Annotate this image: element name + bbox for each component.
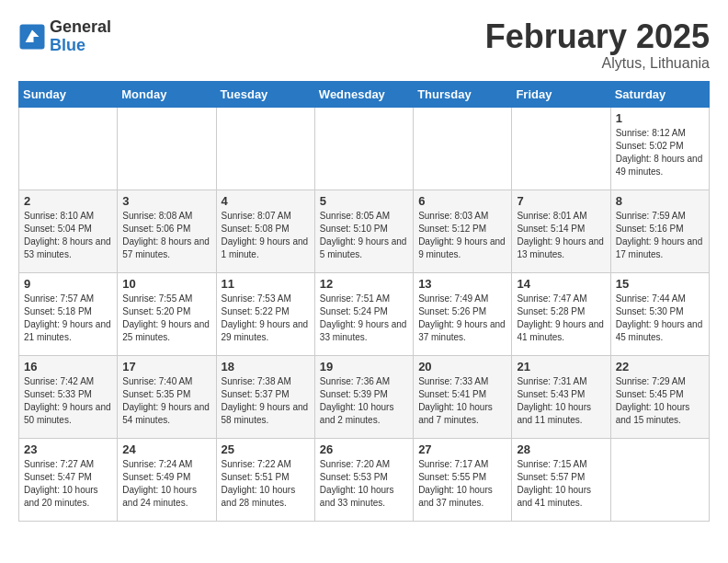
table-row: 3Sunrise: 8:08 AM Sunset: 5:06 PM Daylig… [118,190,216,272]
day-info: Sunrise: 7:36 AM Sunset: 5:39 PM Dayligh… [320,375,408,427]
header-row: Sunday Monday Tuesday Wednesday Thursday… [19,81,710,107]
day-info: Sunrise: 7:27 AM Sunset: 5:47 PM Dayligh… [24,458,112,510]
day-number: 26 [320,442,408,456]
day-number: 17 [122,360,210,373]
table-row: 10Sunrise: 7:55 AM Sunset: 5:20 PM Dayli… [118,272,216,355]
calendar-header: Sunday Monday Tuesday Wednesday Thursday… [19,81,710,107]
day-info: Sunrise: 7:31 AM Sunset: 5:43 PM Dayligh… [517,375,605,427]
day-number: 5 [320,194,408,208]
table-row: 13Sunrise: 7:49 AM Sunset: 5:26 PM Dayli… [414,272,512,355]
day-number: 7 [517,194,605,208]
day-info: Sunrise: 7:44 AM Sunset: 5:30 PM Dayligh… [616,293,704,344]
table-row: 23Sunrise: 7:27 AM Sunset: 5:47 PM Dayli… [19,438,118,521]
table-row: 4Sunrise: 8:07 AM Sunset: 5:08 PM Daylig… [216,190,314,272]
day-number: 25 [222,442,310,456]
table-row [610,438,709,521]
table-row: 16Sunrise: 7:42 AM Sunset: 5:33 PM Dayli… [19,355,118,438]
table-row: 21Sunrise: 7:31 AM Sunset: 5:43 PM Dayli… [512,355,610,438]
table-row [19,107,118,190]
day-number: 27 [418,442,506,456]
day-number: 24 [122,442,210,456]
location: Alytus, Lithuania [485,55,710,72]
day-info: Sunrise: 8:08 AM Sunset: 5:06 PM Dayligh… [122,210,210,261]
day-number: 11 [222,277,310,291]
day-info: Sunrise: 8:12 AM Sunset: 5:02 PM Dayligh… [616,127,704,178]
table-row: 17Sunrise: 7:40 AM Sunset: 5:35 PM Dayli… [118,355,216,438]
table-row [512,107,610,190]
table-row: 26Sunrise: 7:20 AM Sunset: 5:53 PM Dayli… [314,438,413,521]
title-block: February 2025 Alytus, Lithuania [485,18,710,72]
month-title: February 2025 [485,18,710,55]
day-number: 2 [24,194,112,208]
day-number: 22 [616,360,704,373]
table-row [414,107,512,190]
day-number: 14 [517,277,605,291]
logo-general: General [50,18,111,37]
day-number: 12 [320,277,408,291]
table-row: 20Sunrise: 7:33 AM Sunset: 5:41 PM Dayli… [414,355,512,438]
table-row: 7Sunrise: 8:01 AM Sunset: 5:14 PM Daylig… [512,190,610,272]
calendar-table: Sunday Monday Tuesday Wednesday Thursday… [18,81,710,522]
calendar-body: 1Sunrise: 8:12 AM Sunset: 5:02 PM Daylig… [19,107,710,521]
day-info: Sunrise: 7:22 AM Sunset: 5:51 PM Dayligh… [222,458,310,510]
table-row: 28Sunrise: 7:15 AM Sunset: 5:57 PM Dayli… [512,438,610,521]
logo-blue: Blue [50,37,111,55]
day-info: Sunrise: 8:07 AM Sunset: 5:08 PM Dayligh… [222,210,310,261]
day-number: 19 [320,360,408,373]
day-info: Sunrise: 7:40 AM Sunset: 5:35 PM Dayligh… [122,375,210,427]
day-number: 1 [616,111,704,125]
header-saturday: Saturday [610,81,709,107]
day-info: Sunrise: 7:38 AM Sunset: 5:37 PM Dayligh… [222,375,310,427]
page-header: General Blue February 2025 Alytus, Lithu… [18,18,710,72]
table-row: 22Sunrise: 7:29 AM Sunset: 5:45 PM Dayli… [610,355,709,438]
day-info: Sunrise: 8:10 AM Sunset: 5:04 PM Dayligh… [24,210,112,261]
day-number: 20 [418,360,506,373]
day-info: Sunrise: 7:53 AM Sunset: 5:22 PM Dayligh… [222,293,310,344]
table-row: 5Sunrise: 8:05 AM Sunset: 5:10 PM Daylig… [314,190,413,272]
day-info: Sunrise: 7:33 AM Sunset: 5:41 PM Dayligh… [418,375,506,427]
day-info: Sunrise: 7:42 AM Sunset: 5:33 PM Dayligh… [24,375,112,427]
day-number: 21 [517,360,605,373]
table-row: 19Sunrise: 7:36 AM Sunset: 5:39 PM Dayli… [314,355,413,438]
day-info: Sunrise: 7:29 AM Sunset: 5:45 PM Dayligh… [616,375,704,427]
table-row: 25Sunrise: 7:22 AM Sunset: 5:51 PM Dayli… [216,438,314,521]
day-number: 3 [122,194,210,208]
day-info: Sunrise: 7:55 AM Sunset: 5:20 PM Dayligh… [122,293,210,344]
header-sunday: Sunday [19,81,118,107]
day-info: Sunrise: 8:03 AM Sunset: 5:12 PM Dayligh… [418,210,506,261]
day-number: 23 [24,442,112,456]
table-row: 12Sunrise: 7:51 AM Sunset: 5:24 PM Dayli… [314,272,413,355]
table-row: 6Sunrise: 8:03 AM Sunset: 5:12 PM Daylig… [414,190,512,272]
day-number: 28 [517,442,605,456]
table-row: 11Sunrise: 7:53 AM Sunset: 5:22 PM Dayli… [216,272,314,355]
header-wednesday: Wednesday [314,81,413,107]
day-info: Sunrise: 7:15 AM Sunset: 5:57 PM Dayligh… [517,458,605,510]
day-number: 8 [616,194,704,208]
table-row: 24Sunrise: 7:24 AM Sunset: 5:49 PM Dayli… [118,438,216,521]
day-number: 18 [222,360,310,373]
table-row [216,107,314,190]
table-row [118,107,216,190]
day-number: 9 [24,277,112,291]
header-thursday: Thursday [414,81,512,107]
table-row: 15Sunrise: 7:44 AM Sunset: 5:30 PM Dayli… [610,272,709,355]
day-info: Sunrise: 8:01 AM Sunset: 5:14 PM Dayligh… [517,210,605,261]
logo-icon [18,23,46,51]
day-number: 6 [418,194,506,208]
day-info: Sunrise: 7:47 AM Sunset: 5:28 PM Dayligh… [517,293,605,344]
table-row: 27Sunrise: 7:17 AM Sunset: 5:55 PM Dayli… [414,438,512,521]
table-row [314,107,413,190]
table-row: 8Sunrise: 7:59 AM Sunset: 5:16 PM Daylig… [610,190,709,272]
logo: General Blue [18,18,111,55]
header-friday: Friday [512,81,610,107]
day-info: Sunrise: 7:49 AM Sunset: 5:26 PM Dayligh… [418,293,506,344]
table-row: 18Sunrise: 7:38 AM Sunset: 5:37 PM Dayli… [216,355,314,438]
day-number: 13 [418,277,506,291]
day-info: Sunrise: 8:05 AM Sunset: 5:10 PM Dayligh… [320,210,408,261]
day-info: Sunrise: 7:51 AM Sunset: 5:24 PM Dayligh… [320,293,408,344]
day-number: 4 [222,194,310,208]
table-row: 14Sunrise: 7:47 AM Sunset: 5:28 PM Dayli… [512,272,610,355]
day-info: Sunrise: 7:24 AM Sunset: 5:49 PM Dayligh… [122,458,210,510]
table-row: 1Sunrise: 8:12 AM Sunset: 5:02 PM Daylig… [610,107,709,190]
day-info: Sunrise: 7:17 AM Sunset: 5:55 PM Dayligh… [418,458,506,510]
